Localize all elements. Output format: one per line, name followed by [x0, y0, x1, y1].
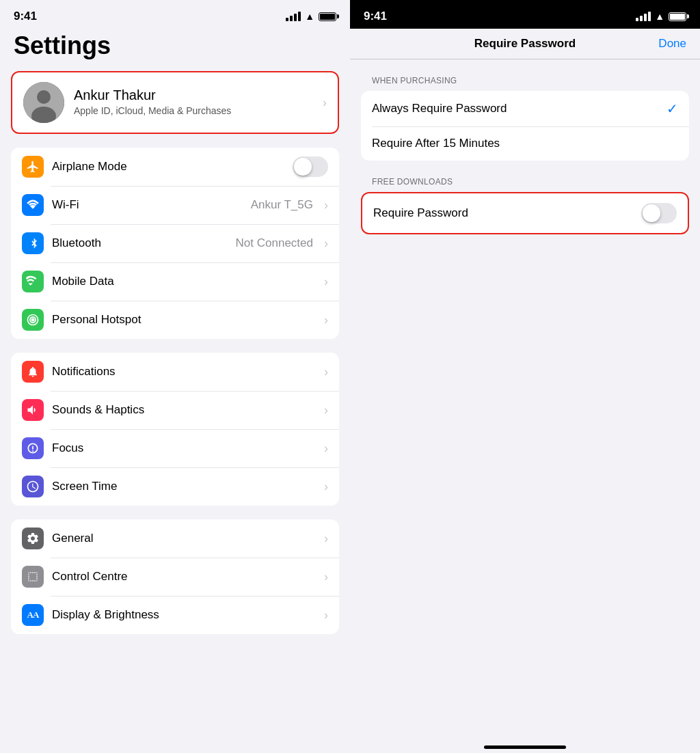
right-status-bar: 9:41 ▲: [350, 0, 700, 29]
sounds-icon: [22, 399, 44, 421]
sounds-label: Sounds & Haptics: [52, 403, 316, 417]
sounds-row[interactable]: Sounds & Haptics ›: [11, 391, 339, 429]
controlcentre-chevron: ›: [324, 570, 328, 584]
airplane-icon: [22, 156, 44, 178]
battery-icon: [319, 12, 336, 21]
display-row[interactable]: AA Display & Brightness ›: [11, 596, 339, 634]
when-purchasing-label: WHEN PURCHASING: [361, 76, 689, 85]
bluetooth-value: Not Connected: [236, 236, 313, 250]
wifi-value: Ankur T_5G: [251, 198, 313, 212]
require-password-toggle[interactable]: [641, 203, 677, 223]
display-chevron: ›: [324, 608, 328, 622]
screentime-chevron: ›: [324, 480, 328, 494]
right-wifi-icon: ▲: [655, 11, 664, 22]
wifi-chevron: ›: [324, 198, 328, 213]
mobiledata-icon: [22, 271, 44, 292]
general-label: General: [52, 532, 316, 545]
right-time: 9:41: [364, 10, 387, 23]
system-group: Notifications › Sounds & Haptics › Focus…: [11, 353, 339, 506]
profile-card[interactable]: Ankur Thakur Apple ID, iCloud, Media & P…: [11, 71, 339, 134]
bluetooth-icon: [22, 232, 44, 254]
right-status-icons: ▲: [636, 11, 686, 22]
mobiledata-chevron: ›: [324, 275, 328, 289]
focus-row[interactable]: Focus ›: [11, 429, 339, 467]
left-status-icons: ▲: [286, 11, 336, 22]
screentime-row[interactable]: Screen Time ›: [11, 467, 339, 506]
notifications-label: Notifications: [52, 365, 316, 379]
profile-info: Ankur Thakur Apple ID, iCloud, Media & P…: [74, 87, 313, 117]
right-header: 9:41 ▲: [350, 0, 700, 29]
screentime-label: Screen Time: [52, 480, 316, 493]
always-require-row[interactable]: Always Require Password ✓: [361, 91, 689, 126]
right-content: WHEN PURCHASING Always Require Password …: [350, 59, 700, 734]
display-label: Display & Brightness: [52, 608, 316, 622]
left-panel: 9:41 ▲ Settings Ankur Thaku: [0, 0, 350, 753]
wifi-row[interactable]: Wi-Fi Ankur T_5G ›: [11, 186, 339, 224]
airplane-mode-row[interactable]: Airplane Mode: [11, 148, 339, 186]
free-downloads-label: FREE DOWNLOADS: [361, 177, 689, 187]
sounds-chevron: ›: [324, 403, 328, 417]
require-password-label: Require Password: [373, 206, 633, 220]
wifi-row-icon: [22, 194, 44, 216]
profile-name: Ankur Thakur: [74, 87, 313, 103]
controlcentre-icon: [22, 566, 44, 588]
general-row[interactable]: General ›: [11, 519, 339, 558]
bluetooth-chevron: ›: [324, 236, 328, 251]
page-title: Settings: [0, 29, 350, 71]
connectivity-group: Airplane Mode Wi-Fi Ankur T_5G › Blue: [11, 148, 339, 339]
controlcentre-label: Control Centre: [52, 570, 316, 584]
nav-bar: Require Password Done: [350, 29, 700, 59]
focus-chevron: ›: [324, 441, 328, 456]
require-after15-label: Require After 15 Minutes: [372, 137, 678, 150]
mobiledata-row[interactable]: Mobile Data ›: [11, 262, 339, 301]
general-chevron: ›: [324, 532, 328, 546]
notifications-row[interactable]: Notifications ›: [11, 353, 339, 391]
wifi-label: Wi-Fi: [52, 198, 243, 212]
misc-group: General › Control Centre › AA Display & …: [11, 519, 339, 634]
left-time: 9:41: [14, 10, 37, 23]
hotspot-label: Personal Hotspot: [52, 313, 316, 327]
avatar: [23, 82, 64, 123]
airplane-toggle[interactable]: [293, 156, 328, 177]
require-after15-row[interactable]: Require After 15 Minutes: [361, 126, 689, 161]
signal-icon: [286, 12, 301, 21]
profile-chevron: ›: [323, 96, 327, 110]
nav-title: Require Password: [474, 37, 576, 51]
done-button[interactable]: Done: [658, 37, 686, 51]
profile-subtitle: Apple ID, iCloud, Media & Purchases: [74, 105, 313, 117]
hotspot-icon: [22, 309, 44, 331]
wifi-icon: ▲: [305, 11, 314, 22]
airplane-label: Airplane Mode: [52, 160, 284, 174]
bluetooth-row[interactable]: Bluetooth Not Connected ›: [11, 224, 339, 262]
avatar-image: [23, 82, 64, 123]
free-download-row[interactable]: Require Password: [361, 192, 689, 234]
home-indicator: [350, 734, 700, 753]
right-signal-icon: [636, 12, 651, 21]
toggle-knob: [643, 204, 660, 222]
display-icon: AA: [22, 604, 44, 626]
svg-point-3: [31, 318, 35, 322]
focus-icon: [22, 437, 44, 459]
notifications-icon: [22, 361, 44, 383]
mobiledata-label: Mobile Data: [52, 275, 316, 288]
svg-point-1: [37, 90, 51, 104]
home-bar: [484, 745, 566, 749]
general-icon: [22, 528, 44, 549]
screentime-icon: [22, 476, 44, 497]
bluetooth-label: Bluetooth: [52, 236, 228, 250]
hotspot-chevron: ›: [324, 313, 328, 327]
when-purchasing-group: Always Require Password ✓ Require After …: [361, 91, 689, 161]
controlcentre-row[interactable]: Control Centre ›: [11, 558, 339, 596]
always-require-label: Always Require Password: [372, 102, 667, 115]
left-status-bar: 9:41 ▲: [0, 0, 350, 29]
notifications-chevron: ›: [324, 365, 328, 379]
right-battery-icon: [669, 12, 686, 21]
focus-label: Focus: [52, 441, 316, 455]
right-panel: 9:41 ▲ Require Password Done WHEN PURCHA…: [350, 0, 700, 753]
hotspot-row[interactable]: Personal Hotspot ›: [11, 301, 339, 339]
always-require-checkmark: ✓: [667, 100, 678, 117]
